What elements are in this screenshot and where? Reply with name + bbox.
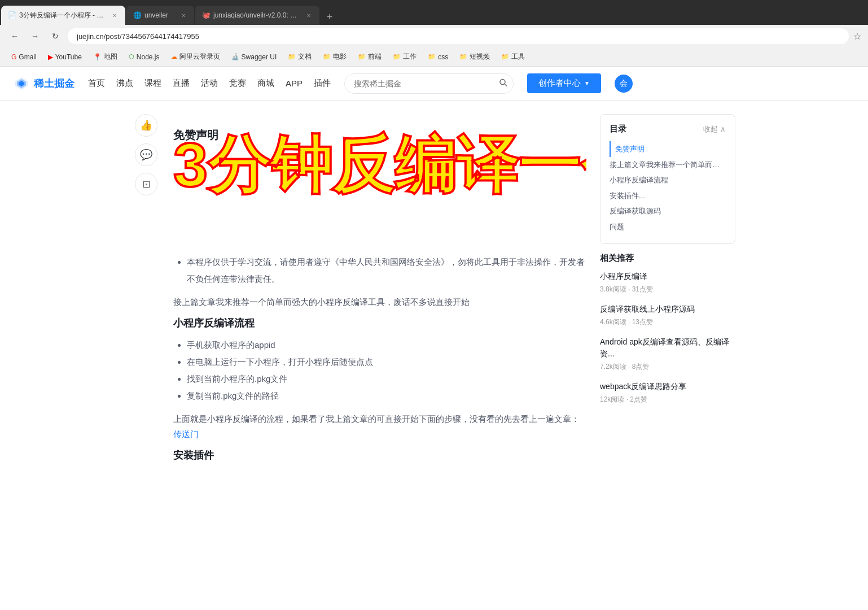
tab-active[interactable]: 📄 3分钟反编译一个小程序 - 掘金 ✕ xyxy=(1,6,125,25)
bookmark-gmail[interactable]: G Gmail xyxy=(7,51,41,63)
bookmark-swagger-label: Swagger UI xyxy=(242,53,277,61)
toc-item-4[interactable]: 反编译获取源码 xyxy=(610,203,726,219)
nav-live[interactable]: 直播 xyxy=(173,78,190,89)
process-step-3: 找到当前小程序的.pkg文件 xyxy=(187,371,586,387)
related-item-0[interactable]: 小程序反编译 3.8k阅读 · 31点赞 xyxy=(600,271,735,294)
related-item-3[interactable]: webpack反编译思路分享 12k阅读 · 2点赞 xyxy=(600,381,735,404)
related-title-0: 小程序反编译 xyxy=(600,271,735,282)
forward-button[interactable]: → xyxy=(27,28,43,44)
process-step-2: 在电脑上运行一下小程序，打开小程序后随便点点 xyxy=(187,354,586,371)
nav-app[interactable]: APP xyxy=(286,79,303,88)
bookmark-work[interactable]: 📁 工作 xyxy=(388,50,421,64)
tab-3[interactable]: 🐙 junxiaqiao/unveilr-v2.0.0: 小... ✕ xyxy=(195,6,319,25)
related-meta-1: 4.6k阅读 · 13点赞 xyxy=(600,317,735,327)
tab-close-3[interactable]: ✕ xyxy=(305,11,313,19)
toc-collapse-button[interactable]: 收起 ∧ xyxy=(703,124,726,134)
like-button[interactable]: 👍 xyxy=(135,114,157,137)
tab-close-1[interactable]: ✕ xyxy=(111,11,119,19)
tab-close-2[interactable]: ✕ xyxy=(179,11,187,19)
bookmark-frontend[interactable]: 📁 前端 xyxy=(353,50,386,64)
toc-item-2[interactable]: 小程序反编译流程 xyxy=(610,172,726,188)
bookmark-tools[interactable]: 📁 工具 xyxy=(497,50,529,64)
toc-panel: 目录 收起 ∧ 免赞声明 接上篇文章我来推荐一个简单而强大... 小程序反编译流… xyxy=(600,114,735,244)
related-title-2: Android apk反编译查看源码、反编译资... xyxy=(600,336,735,360)
bookmark-map[interactable]: 📍 地图 xyxy=(89,50,122,64)
bookmark-map-label: 地图 xyxy=(104,52,117,62)
tab-2[interactable]: 🌐 unveiler ✕ xyxy=(126,6,194,25)
toc-item-0[interactable]: 免赞声明 xyxy=(610,141,726,157)
bookmark-docs[interactable]: 📁 文档 xyxy=(283,50,316,64)
tab-bar: 📄 3分钟反编译一个小程序 - 掘金 ✕ 🌐 unveiler ✕ 🐙 junx… xyxy=(0,0,868,25)
reload-button[interactable]: ↻ xyxy=(47,28,63,44)
process-link[interactable]: 传送门 xyxy=(173,429,199,439)
process-title: 小程序反编译流程 xyxy=(173,316,586,330)
bookmark-gmail-label: Gmail xyxy=(19,53,36,61)
disclaimer-section: 免赞声明 本程序仅供于学习交流，请使用者遵守《中华人民共和国网络安全法》，勿将此… xyxy=(173,114,586,462)
bookmark-tools-label: 工具 xyxy=(511,52,525,62)
tab-favicon-2: 🌐 xyxy=(133,11,141,19)
logo-text: 稀土掘金 xyxy=(34,77,74,90)
bookmark-star-icon[interactable]: ☆ xyxy=(853,31,861,42)
related-meta-3: 12k阅读 · 2点赞 xyxy=(600,395,735,404)
related-item-2[interactable]: Android apk反编译查看源码、反编译资... 7.2k阅读 · 8点赞 xyxy=(600,336,735,372)
tab-label-2: unveiler xyxy=(144,11,176,19)
toc-collapse-label: 收起 xyxy=(703,124,718,134)
comment-icon: 💬 xyxy=(140,149,152,161)
movie-icon: 📁 xyxy=(323,53,331,60)
related-item-1[interactable]: 反编译获取线上小程序源码 4.6k阅读 · 13点赞 xyxy=(600,303,735,327)
shortvideo-icon: 📁 xyxy=(459,53,467,60)
toc-item-3[interactable]: 安装插件... xyxy=(610,188,726,204)
bookmark-nodejs[interactable]: ⬡ Node.js xyxy=(124,51,164,63)
nav-home[interactable]: 首页 xyxy=(88,78,105,89)
tools-icon: 📁 xyxy=(501,53,509,60)
new-tab-button[interactable]: + xyxy=(322,9,337,25)
nav-plugin[interactable]: 插件 xyxy=(314,78,331,89)
nav-shop[interactable]: 商城 xyxy=(257,78,274,89)
bookmark-shortvideo[interactable]: 📁 短视频 xyxy=(455,50,494,64)
tab-favicon-1: 📄 xyxy=(8,11,16,19)
nav-contest[interactable]: 竞赛 xyxy=(229,78,246,89)
search-button[interactable] xyxy=(499,78,508,89)
tab-favicon-3: 🐙 xyxy=(202,11,210,19)
nav-course[interactable]: 课程 xyxy=(144,78,161,89)
search-input[interactable] xyxy=(344,73,514,94)
disclaimer-body: 本程序仅供于学习交流，请使用者遵守《中华人民共和国网络安全法》，勿将此工具用于非… xyxy=(187,257,585,284)
map-icon: 📍 xyxy=(93,53,102,61)
bookmark-css[interactable]: 📁 css xyxy=(423,51,453,63)
aliyun-icon: ☁ xyxy=(171,53,177,60)
process-step-1: 手机获取小程序的appid xyxy=(187,337,586,354)
create-center-button[interactable]: 创作者中心 ▼ xyxy=(527,73,601,93)
toc-item-5[interactable]: 问题 xyxy=(610,219,726,235)
article-overlay-wrapper: 3分钟反编译一个小程 免赞声明 本程序仅供于学习交流，请使用者遵守《中华人民共和… xyxy=(173,114,586,462)
css-icon: 📁 xyxy=(428,53,436,60)
search-icon xyxy=(499,78,508,87)
juejin-logo[interactable]: 稀土掘金 xyxy=(14,76,74,91)
toc-item-1[interactable]: 接上篇文章我来推荐一个简单而强大... xyxy=(610,157,726,173)
bookmark-work-label: 工作 xyxy=(403,52,417,62)
back-button[interactable]: ← xyxy=(7,28,23,44)
process-step-4: 复制当前.pkg文件的路径 xyxy=(187,387,586,404)
process-note: 上面就是小程序反编译的流程，如果看了我上篇文章的可直接开始下面的步骤，没有看的先… xyxy=(173,411,586,442)
bookmark-youtube[interactable]: ▶ YouTube xyxy=(43,51,86,63)
process-note-text: 上面就是小程序反编译的流程，如果看了我上篇文章的可直接开始下面的步骤，没有看的先… xyxy=(173,414,580,424)
nav-activity[interactable]: 活动 xyxy=(201,78,218,89)
juejin-nav: 首页 沸点 课程 直播 活动 竞赛 商城 APP 插件 xyxy=(88,78,331,89)
tab-label-1: 3分钟反编译一个小程序 - 掘金 xyxy=(19,11,107,20)
swagger-icon: 🔬 xyxy=(231,53,239,60)
bookmark-swagger[interactable]: 🔬 Swagger UI xyxy=(227,51,282,63)
bookmark-aliyun[interactable]: ☁ 阿里云登录页 xyxy=(166,50,225,64)
article-intro: 接上篇文章我来推荐一个简单而强大的小程序反编译工具，废话不多说直接开始 xyxy=(173,294,586,310)
address-input[interactable] xyxy=(68,28,849,44)
toc-collapse-icon: ∧ xyxy=(720,125,726,133)
user-avatar[interactable]: 会 xyxy=(615,75,633,93)
tab-label-3: junxiaqiao/unveilr-v2.0.0: 小... xyxy=(213,11,301,20)
toc-title: 目录 xyxy=(610,124,626,134)
nav-trending[interactable]: 沸点 xyxy=(116,78,133,89)
bookmark-shortvideo-label: 短视频 xyxy=(470,52,490,62)
screenshot-button[interactable]: ⊡ xyxy=(135,173,157,195)
page: 稀土掘金 首页 沸点 课程 直播 活动 竞赛 商城 APP 插件 创作者中心 ▼ xyxy=(0,67,868,610)
comment-button[interactable]: 💬 xyxy=(135,143,157,166)
related-title-3: webpack反编译思路分享 xyxy=(600,381,735,393)
bookmark-movie[interactable]: 📁 电影 xyxy=(318,50,351,64)
frontend-icon: 📁 xyxy=(358,53,366,60)
